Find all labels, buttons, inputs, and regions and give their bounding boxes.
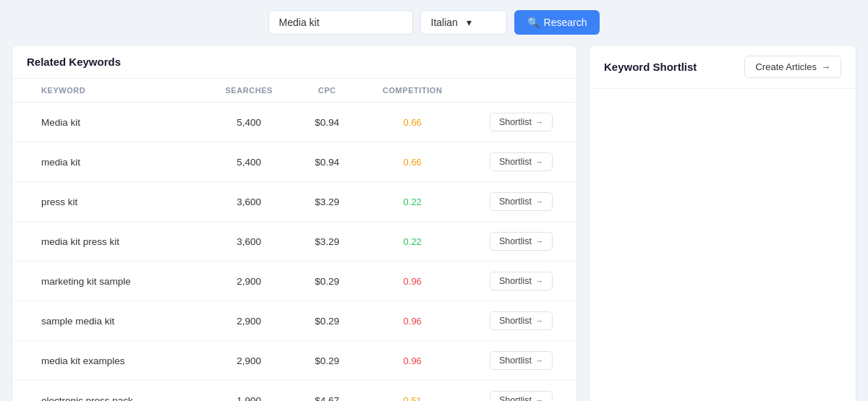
- shortlist-cell[interactable]: Shortlist →: [466, 341, 576, 381]
- shortlist-cell[interactable]: Shortlist →: [466, 381, 576, 402]
- shortlist-button[interactable]: Shortlist →: [490, 272, 553, 290]
- table-header-row: KEYWORD SEARCHES CPC COMPETITION: [12, 79, 576, 103]
- related-keywords-title: Related Keywords: [27, 56, 121, 68]
- competition-cell: 0.66: [359, 103, 466, 142]
- shortlist-button[interactable]: Shortlist →: [490, 351, 553, 370]
- competition-cell: 0.96: [359, 301, 466, 341]
- competition-cell: 0.51: [359, 381, 466, 402]
- competition-cell: 0.96: [359, 341, 466, 381]
- table-row: Media kit 5,400 $0.94 0.66 Shortlist →: [12, 103, 576, 142]
- search-wrapper[interactable]: [268, 10, 413, 35]
- arrow-right-icon: →: [821, 61, 830, 72]
- competition-badge: 0.66: [404, 117, 422, 128]
- competition-badge: 0.22: [404, 197, 422, 207]
- shortlist-cell[interactable]: Shortlist →: [466, 301, 576, 341]
- cpc-cell: $0.94: [295, 142, 359, 182]
- shortlist-button[interactable]: Shortlist →: [490, 192, 553, 211]
- keywords-table: KEYWORD SEARCHES CPC COMPETITION Media k…: [12, 79, 576, 401]
- shortlist-cell[interactable]: Shortlist →: [466, 142, 576, 182]
- col-cpc: CPC: [295, 79, 359, 103]
- shortlist-cell[interactable]: Shortlist →: [466, 222, 576, 262]
- competition-badge: 0.22: [404, 236, 422, 247]
- shortlist-label: Shortlist: [499, 395, 532, 401]
- shortlist-label: Shortlist: [499, 197, 532, 207]
- searches-cell: 5,400: [203, 103, 295, 142]
- arrow-right-icon: →: [535, 277, 543, 285]
- research-label: Research: [544, 17, 587, 28]
- shortlist-label: Shortlist: [499, 117, 532, 127]
- arrow-right-icon: →: [535, 237, 543, 246]
- competition-cell: 0.22: [359, 222, 466, 262]
- cpc-cell: $0.94: [295, 103, 359, 142]
- competition-badge: 0.51: [404, 395, 422, 402]
- shortlist-label: Shortlist: [499, 157, 532, 167]
- language-selector[interactable]: Italian ▾: [420, 10, 507, 35]
- table-row: electronic press pack 1,900 $4.67 0.51 S…: [12, 381, 576, 402]
- shortlist-label: Shortlist: [499, 236, 532, 246]
- searches-cell: 3,600: [203, 182, 295, 222]
- keyword-shortlist-panel: Keyword Shortlist Create Articles →: [589, 45, 856, 401]
- keyword-cell: sample media kit: [12, 301, 203, 341]
- col-actions: [466, 79, 576, 103]
- shortlist-button[interactable]: Shortlist →: [490, 391, 553, 401]
- arrow-right-icon: →: [535, 158, 543, 166]
- shortlist-button[interactable]: Shortlist →: [490, 311, 553, 330]
- competition-badge: 0.66: [404, 157, 422, 168]
- cpc-cell: $0.29: [295, 301, 359, 341]
- searches-cell: 2,900: [203, 301, 295, 341]
- shortlist-label: Shortlist: [499, 276, 532, 286]
- arrow-right-icon: →: [535, 316, 543, 325]
- shortlist-label: Shortlist: [499, 316, 532, 326]
- keyword-cell: media kit press kit: [12, 222, 203, 262]
- shortlist-cell[interactable]: Shortlist →: [466, 262, 576, 301]
- left-panel-header: Related Keywords: [12, 46, 576, 79]
- research-button[interactable]: 🔍 Research: [514, 10, 600, 35]
- shortlist-button[interactable]: Shortlist →: [490, 232, 553, 251]
- competition-badge: 0.96: [404, 276, 422, 287]
- table-row: media kit examples 2,900 $0.29 0.96 Shor…: [12, 341, 576, 381]
- table-row: sample media kit 2,900 $0.29 0.96 Shortl…: [12, 301, 576, 341]
- language-label: Italian: [431, 17, 461, 28]
- arrow-right-icon: →: [535, 356, 543, 365]
- col-searches: SEARCHES: [203, 79, 295, 103]
- competition-badge: 0.96: [404, 355, 422, 366]
- search-icon: 🔍: [527, 17, 540, 28]
- searches-cell: 2,900: [203, 262, 295, 301]
- shortlist-cell[interactable]: Shortlist →: [466, 103, 576, 142]
- keyword-shortlist-title: Keyword Shortlist: [604, 61, 697, 73]
- arrow-right-icon: →: [535, 118, 543, 126]
- chevron-down-icon: ▾: [467, 17, 496, 28]
- keyword-cell: Media kit: [12, 103, 203, 142]
- cpc-cell: $0.29: [295, 262, 359, 301]
- keyword-cell: media kit examples: [12, 341, 203, 381]
- cpc-cell: $3.29: [295, 222, 359, 262]
- shortlist-label: Shortlist: [499, 355, 532, 366]
- cpc-cell: $3.29: [295, 182, 359, 222]
- table-row: media kit press kit 3,600 $3.29 0.22 Sho…: [12, 222, 576, 262]
- table-row: press kit 3,600 $3.29 0.22 Shortlist →: [12, 182, 576, 222]
- competition-badge: 0.96: [404, 316, 422, 327]
- searches-cell: 1,900: [203, 381, 295, 402]
- arrow-right-icon: →: [535, 197, 543, 206]
- cpc-cell: $4.67: [295, 381, 359, 402]
- related-keywords-panel: Related Keywords KEYWORD SEARCHES CPC CO…: [12, 45, 577, 401]
- arrow-right-icon: →: [535, 396, 543, 401]
- create-articles-button[interactable]: Create Articles →: [744, 56, 841, 78]
- right-panel-header: Keyword Shortlist Create Articles →: [590, 46, 856, 89]
- searches-cell: 5,400: [203, 142, 295, 182]
- search-input[interactable]: [279, 17, 402, 28]
- cpc-cell: $0.29: [295, 341, 359, 381]
- competition-cell: 0.22: [359, 182, 466, 222]
- keyword-cell: media kit: [12, 142, 203, 182]
- keyword-cell: press kit: [12, 182, 203, 222]
- table-row: media kit 5,400 $0.94 0.66 Shortlist →: [12, 142, 576, 182]
- searches-cell: 2,900: [203, 341, 295, 381]
- searches-cell: 3,600: [203, 222, 295, 262]
- competition-cell: 0.66: [359, 142, 466, 182]
- main-content: Related Keywords KEYWORD SEARCHES CPC CO…: [0, 45, 868, 401]
- shortlist-cell[interactable]: Shortlist →: [466, 182, 576, 222]
- competition-cell: 0.96: [359, 262, 466, 301]
- shortlist-button[interactable]: Shortlist →: [490, 113, 553, 131]
- shortlist-button[interactable]: Shortlist →: [490, 152, 553, 171]
- col-keyword: KEYWORD: [12, 79, 203, 103]
